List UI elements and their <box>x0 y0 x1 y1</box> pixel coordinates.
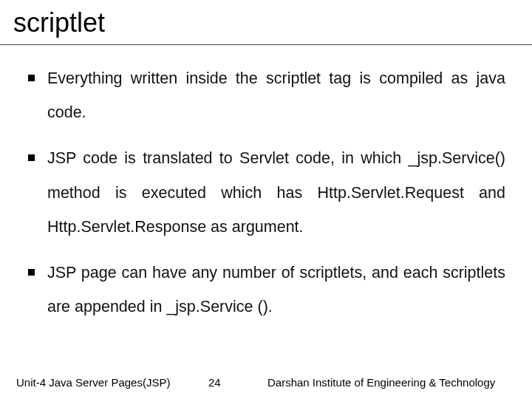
footer-left: Unit-4 Java Server Pages(JSP) <box>16 376 208 389</box>
footer-page-number: 24 <box>208 376 267 389</box>
footer-right: Darshan Institute of Engineering & Techn… <box>267 376 516 389</box>
slide-title-area: scriptlet <box>0 0 532 45</box>
slide-title: scriptlet <box>13 7 519 38</box>
list-item: JSP code is translated to Servlet code, … <box>27 141 505 244</box>
list-item: Everything written inside the scriptlet … <box>27 61 505 129</box>
slide-content: Everything written inside the scriptlet … <box>0 45 532 324</box>
list-item: JSP page can have any number of scriptle… <box>27 256 505 324</box>
slide-footer: Unit-4 Java Server Pages(JSP) 24 Darshan… <box>0 376 532 389</box>
bullet-list: Everything written inside the scriptlet … <box>27 61 505 324</box>
